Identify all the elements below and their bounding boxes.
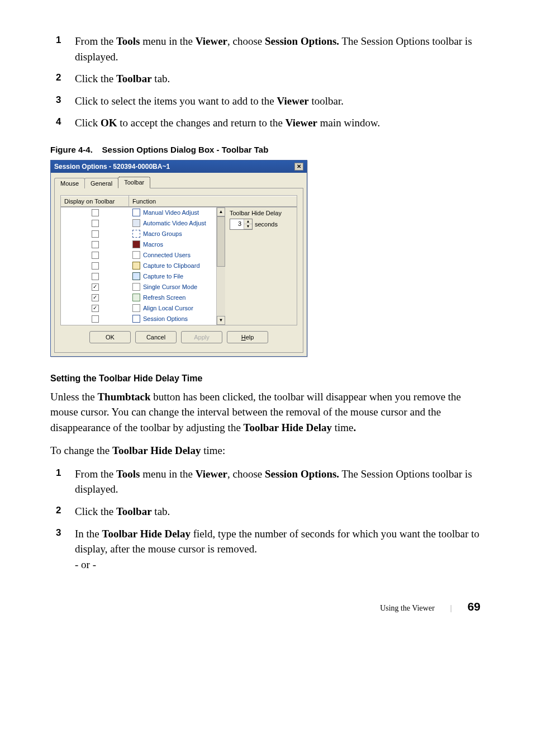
function-listbox[interactable]: ✓✓✓ Manual Video AdjustAutomatic Video A… — [61, 207, 225, 325]
list-item-number: 2 — [56, 71, 75, 85]
function-label: Macro Groups — [143, 230, 182, 237]
checkbox[interactable] — [92, 262, 99, 270]
hide-delay-value[interactable]: 3 — [230, 219, 244, 229]
figure-caption: Figure 4-4. Session Options Dialog Box -… — [50, 145, 483, 154]
checkbox[interactable] — [92, 220, 99, 227]
hide-delay-panel: Toolbar Hide Delay 3 ▲ ▼ seconds — [225, 207, 297, 325]
single-icon — [132, 283, 140, 291]
bottom-ordered-list: 1From the Tools menu in the Viewer, choo… — [56, 466, 483, 572]
list-item-text: In the Toolbar Hide Delay field, type th… — [75, 526, 483, 573]
function-checkbox-row[interactable]: ✓ — [61, 303, 129, 314]
scroll-up-icon[interactable]: ▲ — [217, 207, 225, 216]
close-icon[interactable]: ✕ — [294, 163, 303, 171]
list-item: 1From the Tools menu in the Viewer, choo… — [56, 466, 483, 497]
top-ordered-list: 1From the Tools menu in the Viewer, choo… — [56, 34, 483, 131]
function-label: Session Options — [143, 315, 188, 322]
function-row[interactable]: Capture to File — [129, 271, 216, 282]
function-row[interactable]: Single Cursor Mode — [129, 282, 216, 292]
tab-panel: Display on Toolbar Function ✓✓✓ Manual V… — [54, 188, 303, 353]
checkbox[interactable] — [92, 230, 99, 238]
function-checkbox-row[interactable] — [61, 229, 129, 239]
session-options-dialog: Session Options - 520394-0000BA~1 ✕ Mous… — [50, 160, 307, 357]
function-checkbox-row[interactable]: ✓ — [61, 292, 129, 303]
function-checkbox-row[interactable] — [61, 207, 129, 218]
footer-separator: | — [450, 604, 452, 613]
cancel-button[interactable]: Cancel — [135, 331, 177, 343]
checkbox[interactable]: ✓ — [92, 294, 99, 301]
dialog-button-row: OK Cancel Apply Help — [60, 325, 297, 347]
checkbox[interactable] — [92, 209, 99, 216]
list-item-text: Click the Toolbar tab. — [75, 71, 483, 87]
tab-general[interactable]: General — [84, 178, 118, 188]
function-row[interactable]: Manual Video Adjust — [129, 207, 216, 218]
function-checkbox-row[interactable] — [61, 271, 129, 282]
list-item-number: 1 — [56, 466, 75, 480]
tab-mouse[interactable]: Mouse — [54, 178, 85, 188]
hide-delay-unit: seconds — [255, 221, 278, 228]
header-display: Display on Toolbar — [61, 196, 129, 207]
scroll-down-icon[interactable]: ▼ — [217, 316, 225, 325]
function-row[interactable]: Connected Users — [129, 250, 216, 261]
ok-button[interactable]: OK — [89, 331, 131, 343]
function-label: Macros — [143, 241, 163, 248]
checkbox[interactable]: ✓ — [92, 284, 99, 291]
sessopt-icon — [132, 315, 140, 323]
function-label: Single Cursor Mode — [143, 284, 197, 290]
function-checkbox-row[interactable] — [61, 314, 129, 324]
checkbox[interactable] — [92, 252, 99, 259]
help-button[interactable]: Help — [227, 331, 268, 343]
checkbox[interactable]: ✓ — [92, 305, 99, 312]
dialog-titlebar[interactable]: Session Options - 520394-0000BA~1 ✕ — [51, 160, 307, 173]
function-row[interactable]: Session Options — [129, 314, 216, 324]
list-item: 4Click OK to accept the changes and retu… — [56, 115, 483, 131]
figure-caption-label: Figure 4-4. — [50, 145, 93, 154]
function-row[interactable]: Automatic Video Adjust — [129, 218, 216, 229]
hide-delay-spinner[interactable]: 3 ▲ ▼ — [230, 219, 253, 230]
scroll-thumb[interactable] — [217, 216, 225, 267]
function-label: Align Local Cursor — [143, 305, 193, 311]
function-checkbox-row[interactable] — [61, 218, 129, 229]
macrogrp-icon — [132, 230, 140, 238]
body-paragraph-2: To change the Toolbar Hide Delay time: — [50, 443, 483, 459]
function-row[interactable]: Refresh Screen — [129, 292, 216, 303]
function-row[interactable]: Macro Groups — [129, 229, 216, 239]
hide-delay-label: Toolbar Hide Delay — [230, 210, 294, 216]
auto-icon — [132, 219, 140, 227]
list-item: 3Click to select the items you want to a… — [56, 93, 483, 109]
body-paragraph-1: Unless the Thumbtack button has been cli… — [50, 389, 483, 436]
scrollbar[interactable]: ▲ ▼ — [216, 207, 225, 325]
function-label: Refresh Screen — [143, 294, 185, 301]
list-item-text: From the Tools menu in the Viewer, choos… — [75, 466, 483, 497]
function-checkbox-row[interactable]: ✓ — [61, 282, 129, 292]
apply-button[interactable]: Apply — [181, 331, 222, 343]
function-label: Capture to File — [143, 273, 183, 280]
spin-up-icon[interactable]: ▲ — [244, 219, 252, 224]
checkbox[interactable] — [92, 273, 99, 280]
list-item-text: From the Tools menu in the Viewer, choos… — [75, 34, 483, 64]
list-item-number: 3 — [56, 526, 75, 540]
users-icon — [132, 251, 140, 259]
list-item-text: Click to select the items you want to ad… — [75, 93, 483, 109]
checkbox[interactable] — [92, 241, 99, 248]
function-row[interactable]: Capture to Clipboard — [129, 261, 216, 271]
manual-icon — [132, 209, 140, 216]
function-label: Capture to Clipboard — [143, 262, 200, 269]
list-item-text: Click OK to accept the changes and retur… — [75, 115, 483, 131]
function-row[interactable]: Align Local Cursor — [129, 303, 216, 314]
checkbox[interactable] — [92, 315, 99, 323]
list-item-text: Click the Toolbar tab. — [75, 504, 483, 519]
list-item-number: 4 — [56, 115, 75, 129]
list-item: 3In the Toolbar Hide Delay field, type t… — [56, 526, 483, 573]
section-heading: Setting the Toolbar Hide Delay Time — [50, 374, 483, 384]
function-checkbox-row[interactable] — [61, 250, 129, 261]
function-checkbox-row[interactable] — [61, 261, 129, 271]
dialog-title: Session Options - 520394-0000BA~1 — [54, 163, 170, 171]
tab-toolbar[interactable]: Toolbar — [118, 177, 150, 188]
function-checkbox-row[interactable] — [61, 239, 129, 250]
file-icon — [132, 272, 140, 280]
function-row[interactable]: Macros — [129, 239, 216, 250]
figure-caption-title: Session Options Dialog Box - Toolbar Tab — [102, 145, 269, 154]
list-item-number: 3 — [56, 93, 75, 107]
spin-down-icon[interactable]: ▼ — [244, 224, 252, 229]
function-label: Manual Video Adjust — [143, 209, 199, 216]
